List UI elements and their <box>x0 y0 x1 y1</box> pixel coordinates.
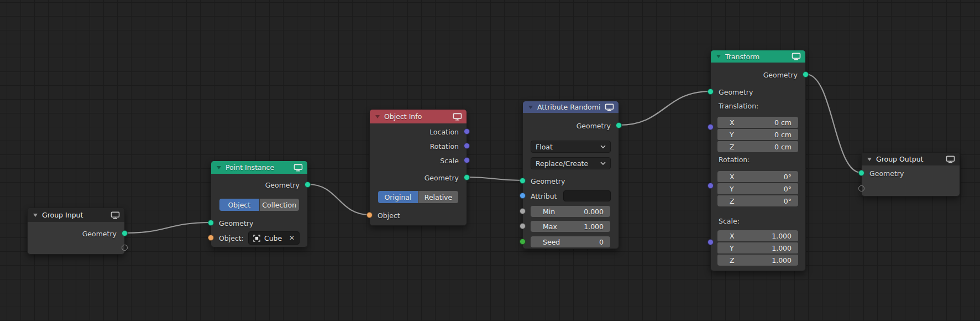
rotation-x-slider[interactable]: X 0° <box>717 171 798 182</box>
collapse-arrow-icon[interactable] <box>528 106 533 109</box>
mode-dropdown[interactable]: Replace/Create <box>531 157 611 169</box>
monitor-icon[interactable] <box>111 211 120 219</box>
scale-output-socket[interactable] <box>464 157 470 163</box>
dropdown-value: Float <box>536 143 553 151</box>
axis-label: X <box>730 232 735 240</box>
object-input-row: Object: Cube ✕ <box>219 232 300 244</box>
axis-label: X <box>730 118 735 127</box>
min-value-slider[interactable]: Min 0.000 <box>531 206 610 217</box>
translation-input-socket[interactable] <box>708 124 714 130</box>
object-data-icon <box>253 235 260 242</box>
collapse-arrow-icon[interactable] <box>716 55 721 58</box>
axis-label: Z <box>730 197 735 205</box>
node-title: Attribute Randomi.. <box>537 103 600 111</box>
translation-z-slider[interactable]: Z 0 cm <box>717 141 798 152</box>
geometry-input-socket[interactable] <box>858 170 864 176</box>
slider-label: Max <box>543 222 557 231</box>
geometry-output-socket[interactable] <box>803 71 809 77</box>
socket-label: Object: <box>219 234 244 242</box>
collapse-arrow-icon[interactable] <box>375 115 380 118</box>
scale-y-slider[interactable]: Y 1.000 <box>717 242 798 253</box>
original-toggle-button[interactable]: Original <box>378 191 418 203</box>
attribute-input-socket[interactable] <box>520 193 526 199</box>
scale-input-socket[interactable] <box>708 239 714 245</box>
geometry-output-row: Geometry <box>219 179 300 190</box>
node-group-output[interactable]: Group Output Geometry <box>861 152 960 196</box>
clear-object-button[interactable]: ✕ <box>289 235 295 241</box>
attribute-name-field[interactable] <box>563 190 611 201</box>
object-input-socket[interactable] <box>366 212 373 218</box>
seed-value-slider[interactable]: Seed 0 <box>531 236 610 247</box>
rotation-z-slider[interactable]: Z 0° <box>717 195 798 206</box>
attribute-input-row: Attribut <box>531 190 611 201</box>
node-header[interactable]: Group Input <box>28 208 124 222</box>
data-type-dropdown[interactable]: Float <box>531 141 611 153</box>
seed-input-socket[interactable] <box>520 239 526 245</box>
geometry-output-socket[interactable] <box>305 182 311 188</box>
socket-label: Geometry <box>577 122 611 130</box>
axis-label: Y <box>730 131 734 139</box>
socket-label: Scale <box>440 157 459 165</box>
node-header[interactable]: Point Instance <box>211 161 307 174</box>
rotation-y-slider[interactable]: Y 0° <box>717 183 798 194</box>
node-point-instance[interactable]: Point Instance Geometry Object Collectio… <box>211 161 308 247</box>
socket-label: Geometry <box>719 88 753 96</box>
transform-space-toggle: Original Relative <box>378 191 458 203</box>
max-value-slider[interactable]: Max 1.000 <box>531 221 610 232</box>
scale-z-slider[interactable]: Z 1.000 <box>717 255 798 266</box>
location-output-socket[interactable] <box>464 128 470 134</box>
node-link <box>806 74 861 173</box>
geometry-output-socket[interactable] <box>122 230 128 236</box>
collection-toggle-button[interactable]: Collection <box>259 199 300 211</box>
rotation-input-socket[interactable] <box>708 183 714 189</box>
translation-x-slider[interactable]: X 0 cm <box>717 117 798 128</box>
rotation-output-socket[interactable] <box>464 143 470 149</box>
collapse-arrow-icon[interactable] <box>867 158 872 161</box>
slider-value: 1.000 <box>584 222 604 231</box>
geometry-input-socket[interactable] <box>708 89 714 95</box>
socket-label: Geometry <box>425 174 459 182</box>
min-input-socket[interactable] <box>520 208 526 214</box>
node-transform[interactable]: Transform Geometry Geometry Translation:… <box>710 50 806 271</box>
geometry-output-socket[interactable] <box>616 122 622 128</box>
socket-label: Geometry <box>763 71 798 79</box>
geometry-output-socket[interactable] <box>464 174 470 180</box>
collapse-arrow-icon[interactable] <box>33 214 38 217</box>
axis-label: Y <box>730 244 734 252</box>
location-output-row: Location <box>378 126 459 137</box>
node-editor-canvas[interactable]: Group Input Geometry Point Instance Geom… <box>0 0 980 321</box>
monitor-icon[interactable] <box>792 53 801 60</box>
node-header[interactable]: Group Output <box>862 153 960 165</box>
object-toggle-button[interactable]: Object <box>219 199 259 211</box>
max-input-socket[interactable] <box>520 223 526 229</box>
instance-type-toggle: Object Collection <box>219 199 299 211</box>
node-header[interactable]: Transform <box>711 50 805 63</box>
axis-label: Y <box>730 185 734 193</box>
scale-x-slider[interactable]: X 1.000 <box>717 230 798 241</box>
monitor-icon[interactable] <box>946 156 955 163</box>
relative-toggle-button[interactable]: Relative <box>418 191 458 203</box>
monitor-icon[interactable] <box>605 103 614 111</box>
axis-label: Z <box>730 256 735 265</box>
scale-output-row: Scale <box>378 155 459 166</box>
virtual-input-socket[interactable] <box>858 185 864 191</box>
node-group-input[interactable]: Group Input Geometry <box>27 208 125 255</box>
geometry-input-socket[interactable] <box>208 220 214 226</box>
object-input-socket[interactable] <box>208 235 214 241</box>
monitor-icon[interactable] <box>294 164 303 172</box>
node-object-info[interactable]: Object Info Location Rotation Scale Geom… <box>369 109 467 226</box>
translation-y-slider[interactable]: Y 0 cm <box>717 129 798 140</box>
monitor-icon[interactable] <box>453 113 462 121</box>
node-header[interactable]: Attribute Randomi.. <box>523 101 619 113</box>
collapse-arrow-icon[interactable] <box>217 166 221 169</box>
node-attribute-randomize[interactable]: Attribute Randomi.. Geometry Float Repla… <box>522 101 619 249</box>
node-link <box>308 184 369 215</box>
object-picker-field[interactable]: Cube ✕ <box>248 231 300 245</box>
node-header[interactable]: Object Info <box>370 110 467 123</box>
node-title: Transform <box>725 53 787 61</box>
geometry-input-socket[interactable] <box>520 178 526 184</box>
virtual-output-socket[interactable] <box>122 245 128 251</box>
axis-label: Z <box>730 143 735 151</box>
socket-label: Location <box>429 128 459 136</box>
axis-value: 0 cm <box>774 118 792 127</box>
